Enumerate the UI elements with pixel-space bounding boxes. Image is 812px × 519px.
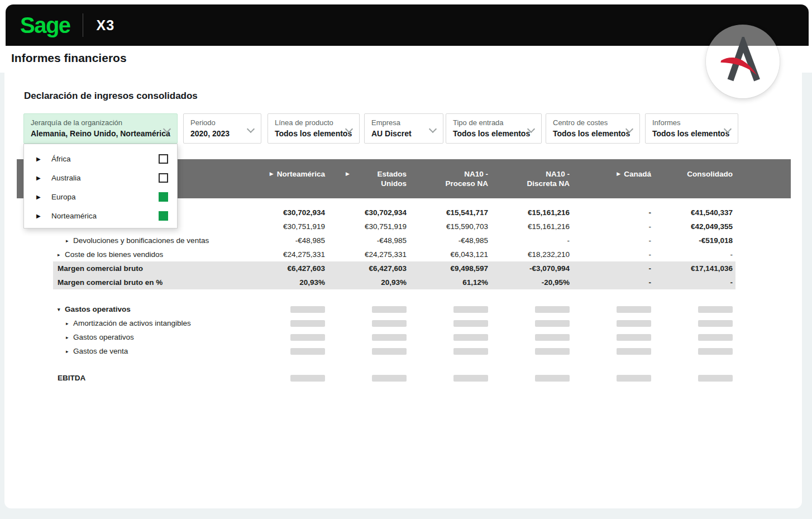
loading-placeholder [535,306,570,313]
row-spacer [17,358,791,371]
table-row: EBITDA [17,371,791,385]
topbar: Sage X3 [6,4,809,46]
checkbox-unchecked[interactable] [159,173,168,183]
loading-placeholder [290,334,325,341]
row-label: EBITDA [58,374,85,382]
loading-placeholder [535,334,570,341]
filter-empresa[interactable]: Empresa AU Discret [364,113,443,144]
column-label: NA10 - Proceso NA [434,169,488,188]
value-cell [488,347,570,355]
filter-tipo-de-entrada[interactable]: Tipo de entrada Todos los elementos [446,113,542,144]
column-header-1[interactable]: ▶ Estados Unidos [325,159,407,198]
value-cell: - [570,278,651,287]
loading-placeholder [290,306,325,313]
loading-placeholder [453,375,488,382]
dropdown-item[interactable]: ▶ Europa [24,187,177,206]
value-cell [243,333,325,341]
row-label: Margen comercial bruto [58,264,143,273]
row-collapsed-icon[interactable]: ▸ [58,252,65,258]
filter-linea-de-producto[interactable]: Línea de producto Todos los elementos [268,113,360,144]
row-label-cell: ▸Gastos operativos [17,333,243,341]
filter-centro-de-costes[interactable]: Centro de costes Todos los elementos [546,113,640,144]
value-cell: €15,541,717 [407,208,488,217]
table-row: ▸Amortización de activos intangibles [17,316,791,330]
dropdown-item[interactable]: ▶ África [24,149,177,168]
chevron-down-icon [247,125,255,133]
column-label: NA10 - Discreta NA [516,169,570,188]
row-label: Gastos operativos [65,305,131,313]
loading-placeholder [453,334,488,341]
value-cell: €15,590,703 [407,222,488,231]
filter-informes[interactable]: Informes Todos los elementos [645,113,738,144]
value-cell [407,305,488,313]
column-label: Canadá [624,169,651,179]
filter-value: AU Discret [371,129,428,138]
checkbox-unchecked[interactable] [159,154,168,164]
row-collapsed-icon[interactable]: ▸ [66,238,73,244]
value-cell: -€3,070,994 [488,264,570,273]
filter-value: Todos los elementos [275,129,345,138]
dropdown-item-label: Europa [51,193,159,201]
value-cell [243,374,325,382]
filter-value: Alemania, Reino Unido, Norteamérica [31,129,163,138]
loading-placeholder [617,334,651,341]
checkbox-checked[interactable] [159,211,168,221]
column-label: Consolidado [687,169,733,179]
value-cell [325,305,407,313]
loading-placeholder [617,348,651,355]
filter-jerarquia-organizacion[interactable]: Jerarquía de la organización Alemania, R… [23,113,178,144]
partner-a-logo [718,37,767,86]
expand-triangle-icon: ▶ [270,169,274,177]
row-expanded-icon[interactable]: ▾ [58,307,65,312]
value-cell: - [570,236,651,245]
column-header-2: NA10 - Proceso NA [407,159,488,198]
value-cell: €15,161,216 [488,222,570,231]
table-row: Margen comercial bruto €6,427,603€6,427,… [17,261,791,275]
value-cell: €15,161,216 [488,208,570,217]
row-collapsed-icon[interactable]: ▶ [36,194,51,200]
value-cell [651,319,733,327]
expand-triangle-icon: ▶ [617,169,620,177]
filter-periodo[interactable]: Periodo 2020, 2023 [183,113,261,144]
dropdown-item[interactable]: ▶ Norteamérica [24,206,177,225]
value-cell [570,347,651,355]
row-spacer [17,289,791,302]
value-cell: -€519,018 [651,236,733,245]
filter-label: Línea de producto [275,118,345,127]
value-cell: - [651,278,733,287]
value-cell [325,333,407,341]
table-row: ▸Gastos de venta [17,344,791,358]
row-collapsed-icon[interactable]: ▶ [36,213,51,219]
dropdown-item[interactable]: ▶ Australia [24,168,177,187]
checkbox-checked[interactable] [159,192,168,202]
value-cell [570,333,651,341]
loading-placeholder [617,320,651,327]
value-cell: €30,751,919 [325,222,407,231]
row-collapsed-icon[interactable]: ▸ [66,335,73,340]
row-collapsed-icon[interactable]: ▶ [36,156,51,162]
value-cell: - [651,250,733,259]
row-collapsed-icon[interactable]: ▸ [66,321,73,326]
partner-logo-badge [706,25,780,98]
row-label-cell: ▸Coste de los bienes vendidos [17,250,243,259]
filter-value: 2020, 2023 [190,129,246,138]
row-label-cell: ▸Amortización de activos intangibles [17,319,243,327]
hierarchy-dropdown: ▶ África ▶ Australia ▶ Europa ▶ Norteamé… [23,144,178,228]
column-header-4[interactable]: ▶ Canadá [570,159,651,198]
filter-label: Periodo [190,118,246,127]
row-collapsed-icon[interactable]: ▸ [66,349,73,354]
page-title: Informes financieros [11,51,127,65]
dropdown-item-label: África [51,155,159,163]
loading-placeholder [453,306,488,313]
loading-placeholder [698,306,733,313]
column-header-0[interactable]: ▶ Norteamérica [243,159,325,198]
value-cell [325,319,407,327]
expand-triangle-icon: ▶ [346,169,350,177]
row-collapsed-icon[interactable]: ▶ [36,175,51,181]
loading-placeholder [617,306,651,313]
row-label-cell: ▸Gastos de venta [17,347,243,355]
filter-value: Todos los elementos [453,129,527,138]
loading-placeholder [372,320,407,327]
value-cell [407,374,488,382]
value-cell: -€48,985 [325,236,407,245]
